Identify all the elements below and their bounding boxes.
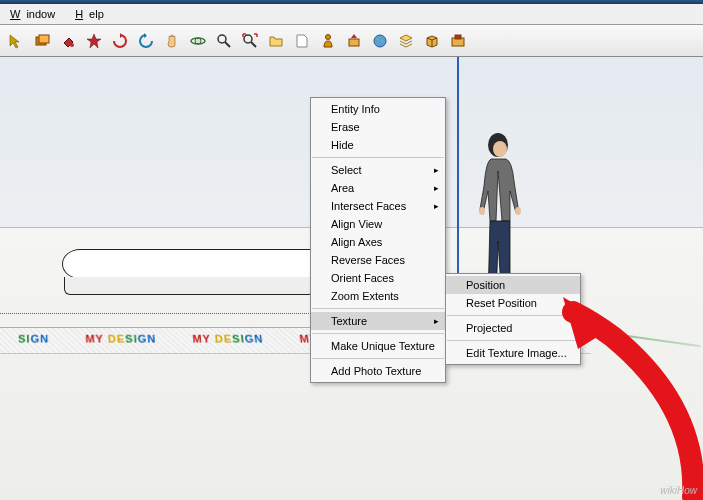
person-icon[interactable] <box>316 29 340 53</box>
make-component-icon[interactable] <box>30 29 54 53</box>
svg-point-6 <box>244 35 252 43</box>
menu-zoom-extents[interactable]: Zoom Extents <box>311 287 445 305</box>
svg-point-14 <box>493 141 507 157</box>
svg-point-3 <box>195 38 201 44</box>
undo-icon[interactable] <box>134 29 158 53</box>
globe-icon[interactable] <box>368 29 392 53</box>
hand-pan-icon[interactable] <box>160 29 184 53</box>
svg-line-5 <box>225 42 230 47</box>
zoom-icon[interactable] <box>212 29 236 53</box>
credit-watermark: wikiHow <box>660 485 697 496</box>
menu-separator <box>312 358 444 359</box>
menu-make-unique-texture[interactable]: Make Unique Texture <box>311 337 445 355</box>
menu-help[interactable]: Help <box>69 6 116 22</box>
zoom-extents-icon[interactable] <box>238 29 262 53</box>
svg-rect-12 <box>455 35 461 39</box>
texture-submenu: Position Reset Position Projected Edit T… <box>445 273 581 365</box>
orbit-icon[interactable] <box>186 29 210 53</box>
svg-point-4 <box>218 35 226 43</box>
svg-point-18 <box>515 207 521 215</box>
svg-point-2 <box>70 43 74 47</box>
context-menu: Entity Info Erase Hide Select▸ Area▸ Int… <box>310 97 446 383</box>
design-text-3: MY DESIGN <box>174 328 284 353</box>
toolbar <box>0 25 703 57</box>
svg-line-7 <box>251 42 256 47</box>
menu-separator <box>312 308 444 309</box>
layers-icon[interactable] <box>394 29 418 53</box>
menu-hide[interactable]: Hide <box>311 136 445 154</box>
extension-icon[interactable] <box>446 29 470 53</box>
menu-reverse-faces[interactable]: Reverse Faces <box>311 251 445 269</box>
menu-bar: Window Help <box>0 4 703 25</box>
submenu-arrow-icon: ▸ <box>434 316 439 326</box>
submenu-arrow-icon: ▸ <box>434 165 439 175</box>
submenu-position[interactable]: Position <box>446 276 580 294</box>
extruded-shape[interactable] <box>62 249 327 297</box>
menu-separator <box>312 157 444 158</box>
rotate-icon[interactable] <box>108 29 132 53</box>
submenu-projected[interactable]: Projected <box>446 319 580 337</box>
viewport-3d[interactable]: SIGN MY DESIGN MY DESIGN MY DESIGN Entit… <box>0 57 703 500</box>
menu-orient-faces[interactable]: Orient Faces <box>311 269 445 287</box>
menu-entity-info[interactable]: Entity Info <box>311 100 445 118</box>
menu-align-axes[interactable]: Align Axes <box>311 233 445 251</box>
menu-separator <box>447 315 579 316</box>
svg-point-17 <box>479 207 485 215</box>
svg-rect-1 <box>39 35 49 43</box>
menu-add-photo-texture[interactable]: Add Photo Texture <box>311 362 445 380</box>
svg-point-8 <box>326 34 331 39</box>
menu-window[interactable]: Window <box>4 6 67 22</box>
menu-erase[interactable]: Erase <box>311 118 445 136</box>
star-icon[interactable] <box>82 29 106 53</box>
page-icon[interactable] <box>290 29 314 53</box>
shape-top-face <box>62 249 322 279</box>
design-text-2: MY DESIGN <box>67 328 176 353</box>
menu-intersect-faces[interactable]: Intersect Faces▸ <box>311 197 445 215</box>
svg-rect-9 <box>349 39 359 46</box>
submenu-arrow-icon: ▸ <box>434 183 439 193</box>
design-text-1: SIGN <box>0 328 68 353</box>
submenu-reset-position[interactable]: Reset Position <box>446 294 580 312</box>
menu-separator <box>312 333 444 334</box>
menu-separator <box>447 340 579 341</box>
menu-select[interactable]: Select▸ <box>311 161 445 179</box>
submenu-arrow-icon: ▸ <box>434 201 439 211</box>
shape-side-face <box>64 277 322 295</box>
folder-icon[interactable] <box>264 29 288 53</box>
submenu-edit-texture-image[interactable]: Edit Texture Image... <box>446 344 580 362</box>
menu-texture[interactable]: Texture▸ <box>311 312 445 330</box>
paint-bucket-icon[interactable] <box>56 29 80 53</box>
box-icon[interactable] <box>420 29 444 53</box>
pushpull-icon[interactable] <box>342 29 366 53</box>
select-arrow-icon[interactable] <box>4 29 28 53</box>
menu-align-view[interactable]: Align View <box>311 215 445 233</box>
menu-area[interactable]: Area▸ <box>311 179 445 197</box>
